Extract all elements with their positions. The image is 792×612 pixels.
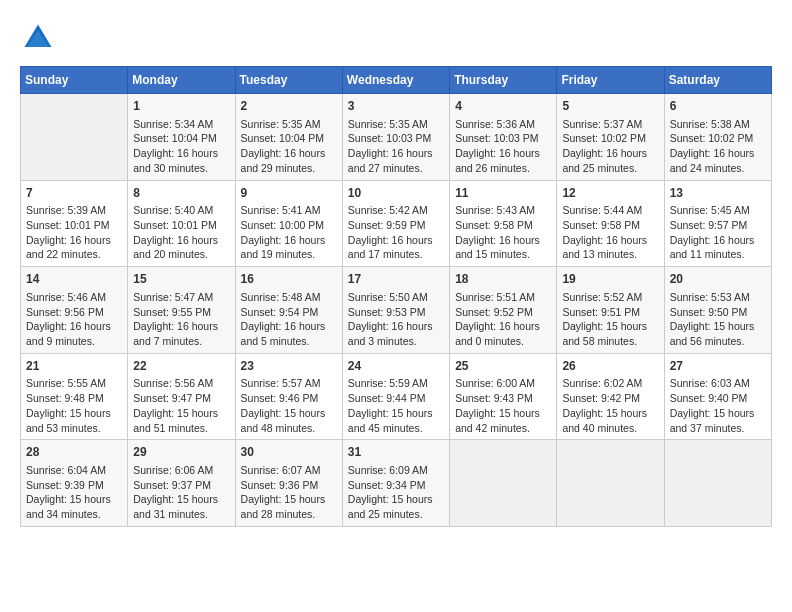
week-row: 1Sunrise: 5:34 AM Sunset: 10:04 PM Dayli… (21, 94, 772, 181)
day-header-thursday: Thursday (450, 67, 557, 94)
day-info: Sunrise: 5:55 AM Sunset: 9:48 PM Dayligh… (26, 376, 122, 435)
calendar-cell: 25Sunrise: 6:00 AM Sunset: 9:43 PM Dayli… (450, 353, 557, 440)
day-number: 26 (562, 358, 658, 375)
day-info: Sunrise: 5:38 AM Sunset: 10:02 PM Daylig… (670, 117, 766, 176)
day-number: 17 (348, 271, 444, 288)
day-number: 18 (455, 271, 551, 288)
day-info: Sunrise: 5:42 AM Sunset: 9:59 PM Dayligh… (348, 203, 444, 262)
day-number: 9 (241, 185, 337, 202)
day-info: Sunrise: 5:35 AM Sunset: 10:03 PM Daylig… (348, 117, 444, 176)
day-number: 12 (562, 185, 658, 202)
day-info: Sunrise: 5:44 AM Sunset: 9:58 PM Dayligh… (562, 203, 658, 262)
day-number: 24 (348, 358, 444, 375)
calendar-cell: 13Sunrise: 5:45 AM Sunset: 9:57 PM Dayli… (664, 180, 771, 267)
calendar-cell: 5Sunrise: 5:37 AM Sunset: 10:02 PM Dayli… (557, 94, 664, 181)
day-info: Sunrise: 5:46 AM Sunset: 9:56 PM Dayligh… (26, 290, 122, 349)
day-info: Sunrise: 5:53 AM Sunset: 9:50 PM Dayligh… (670, 290, 766, 349)
calendar-cell: 11Sunrise: 5:43 AM Sunset: 9:58 PM Dayli… (450, 180, 557, 267)
logo-icon (20, 20, 56, 56)
calendar-cell: 21Sunrise: 5:55 AM Sunset: 9:48 PM Dayli… (21, 353, 128, 440)
header-row: SundayMondayTuesdayWednesdayThursdayFrid… (21, 67, 772, 94)
day-number: 16 (241, 271, 337, 288)
day-number: 19 (562, 271, 658, 288)
day-info: Sunrise: 5:47 AM Sunset: 9:55 PM Dayligh… (133, 290, 229, 349)
calendar-cell: 7Sunrise: 5:39 AM Sunset: 10:01 PM Dayli… (21, 180, 128, 267)
week-row: 7Sunrise: 5:39 AM Sunset: 10:01 PM Dayli… (21, 180, 772, 267)
day-number: 1 (133, 98, 229, 115)
day-number: 7 (26, 185, 122, 202)
day-info: Sunrise: 6:02 AM Sunset: 9:42 PM Dayligh… (562, 376, 658, 435)
day-info: Sunrise: 5:52 AM Sunset: 9:51 PM Dayligh… (562, 290, 658, 349)
day-info: Sunrise: 6:04 AM Sunset: 9:39 PM Dayligh… (26, 463, 122, 522)
day-info: Sunrise: 6:09 AM Sunset: 9:34 PM Dayligh… (348, 463, 444, 522)
day-number: 28 (26, 444, 122, 461)
week-row: 28Sunrise: 6:04 AM Sunset: 9:39 PM Dayli… (21, 440, 772, 527)
calendar-cell: 24Sunrise: 5:59 AM Sunset: 9:44 PM Dayli… (342, 353, 449, 440)
logo (20, 20, 60, 56)
day-info: Sunrise: 5:59 AM Sunset: 9:44 PM Dayligh… (348, 376, 444, 435)
day-number: 15 (133, 271, 229, 288)
day-info: Sunrise: 5:43 AM Sunset: 9:58 PM Dayligh… (455, 203, 551, 262)
day-info: Sunrise: 5:34 AM Sunset: 10:04 PM Daylig… (133, 117, 229, 176)
day-info: Sunrise: 5:51 AM Sunset: 9:52 PM Dayligh… (455, 290, 551, 349)
day-header-sunday: Sunday (21, 67, 128, 94)
day-number: 6 (670, 98, 766, 115)
calendar-cell: 10Sunrise: 5:42 AM Sunset: 9:59 PM Dayli… (342, 180, 449, 267)
calendar-cell: 14Sunrise: 5:46 AM Sunset: 9:56 PM Dayli… (21, 267, 128, 354)
calendar-cell (664, 440, 771, 527)
day-info: Sunrise: 5:39 AM Sunset: 10:01 PM Daylig… (26, 203, 122, 262)
day-info: Sunrise: 5:37 AM Sunset: 10:02 PM Daylig… (562, 117, 658, 176)
day-number: 23 (241, 358, 337, 375)
day-number: 25 (455, 358, 551, 375)
day-info: Sunrise: 5:48 AM Sunset: 9:54 PM Dayligh… (241, 290, 337, 349)
day-info: Sunrise: 5:50 AM Sunset: 9:53 PM Dayligh… (348, 290, 444, 349)
calendar-cell: 31Sunrise: 6:09 AM Sunset: 9:34 PM Dayli… (342, 440, 449, 527)
calendar-cell: 16Sunrise: 5:48 AM Sunset: 9:54 PM Dayli… (235, 267, 342, 354)
day-info: Sunrise: 5:35 AM Sunset: 10:04 PM Daylig… (241, 117, 337, 176)
day-number: 27 (670, 358, 766, 375)
calendar-cell: 2Sunrise: 5:35 AM Sunset: 10:04 PM Dayli… (235, 94, 342, 181)
calendar-cell: 6Sunrise: 5:38 AM Sunset: 10:02 PM Dayli… (664, 94, 771, 181)
calendar-cell: 26Sunrise: 6:02 AM Sunset: 9:42 PM Dayli… (557, 353, 664, 440)
calendar-cell: 27Sunrise: 6:03 AM Sunset: 9:40 PM Dayli… (664, 353, 771, 440)
day-header-tuesday: Tuesday (235, 67, 342, 94)
day-number: 31 (348, 444, 444, 461)
day-info: Sunrise: 5:56 AM Sunset: 9:47 PM Dayligh… (133, 376, 229, 435)
calendar-cell: 29Sunrise: 6:06 AM Sunset: 9:37 PM Dayli… (128, 440, 235, 527)
calendar-cell (21, 94, 128, 181)
day-number: 21 (26, 358, 122, 375)
day-number: 5 (562, 98, 658, 115)
day-info: Sunrise: 5:45 AM Sunset: 9:57 PM Dayligh… (670, 203, 766, 262)
day-number: 2 (241, 98, 337, 115)
day-info: Sunrise: 6:06 AM Sunset: 9:37 PM Dayligh… (133, 463, 229, 522)
calendar-cell: 17Sunrise: 5:50 AM Sunset: 9:53 PM Dayli… (342, 267, 449, 354)
day-number: 4 (455, 98, 551, 115)
page-header (20, 20, 772, 56)
day-number: 29 (133, 444, 229, 461)
calendar-cell (557, 440, 664, 527)
day-info: Sunrise: 5:41 AM Sunset: 10:00 PM Daylig… (241, 203, 337, 262)
calendar-cell: 12Sunrise: 5:44 AM Sunset: 9:58 PM Dayli… (557, 180, 664, 267)
day-info: Sunrise: 5:36 AM Sunset: 10:03 PM Daylig… (455, 117, 551, 176)
calendar-cell: 15Sunrise: 5:47 AM Sunset: 9:55 PM Dayli… (128, 267, 235, 354)
day-header-saturday: Saturday (664, 67, 771, 94)
calendar-cell: 30Sunrise: 6:07 AM Sunset: 9:36 PM Dayli… (235, 440, 342, 527)
calendar-cell: 22Sunrise: 5:56 AM Sunset: 9:47 PM Dayli… (128, 353, 235, 440)
calendar-cell (450, 440, 557, 527)
day-info: Sunrise: 6:07 AM Sunset: 9:36 PM Dayligh… (241, 463, 337, 522)
calendar-table: SundayMondayTuesdayWednesdayThursdayFrid… (20, 66, 772, 527)
calendar-cell: 18Sunrise: 5:51 AM Sunset: 9:52 PM Dayli… (450, 267, 557, 354)
day-number: 3 (348, 98, 444, 115)
day-number: 14 (26, 271, 122, 288)
calendar-cell: 19Sunrise: 5:52 AM Sunset: 9:51 PM Dayli… (557, 267, 664, 354)
day-info: Sunrise: 5:57 AM Sunset: 9:46 PM Dayligh… (241, 376, 337, 435)
day-number: 11 (455, 185, 551, 202)
day-header-friday: Friday (557, 67, 664, 94)
week-row: 21Sunrise: 5:55 AM Sunset: 9:48 PM Dayli… (21, 353, 772, 440)
day-number: 30 (241, 444, 337, 461)
day-number: 8 (133, 185, 229, 202)
day-number: 13 (670, 185, 766, 202)
calendar-cell: 20Sunrise: 5:53 AM Sunset: 9:50 PM Dayli… (664, 267, 771, 354)
calendar-cell: 9Sunrise: 5:41 AM Sunset: 10:00 PM Dayli… (235, 180, 342, 267)
day-info: Sunrise: 5:40 AM Sunset: 10:01 PM Daylig… (133, 203, 229, 262)
